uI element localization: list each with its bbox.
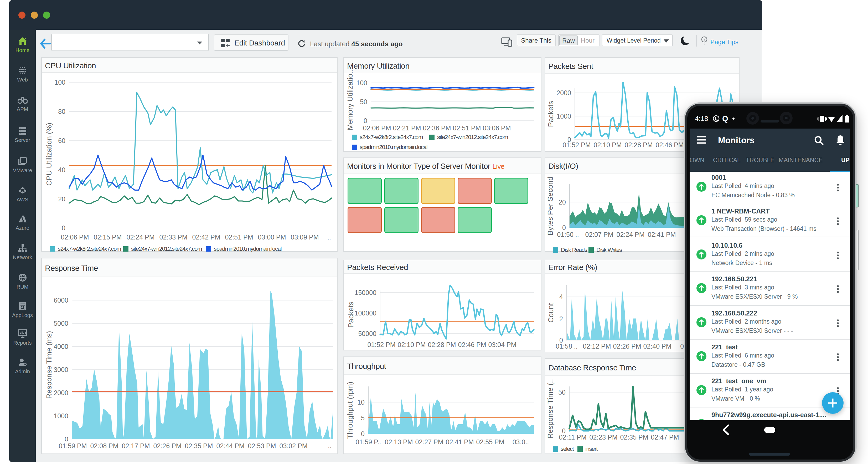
svg-text:02:44 PM: 02:44 PM xyxy=(216,442,244,450)
svg-text:01:59 PM: 01:59 PM xyxy=(59,442,87,450)
svg-text:01:59 P..: 01:59 P.. xyxy=(356,438,381,445)
svg-text:03:06 PM: 03:06 PM xyxy=(483,124,511,132)
svg-text:Q: Q xyxy=(722,114,728,123)
svg-text:Throughput (rpm): Throughput (rpm) xyxy=(346,382,354,439)
svg-text:s24x7-w2k8r2.site24x7.com: s24x7-w2k8r2.site24x7.com xyxy=(58,245,121,252)
svg-text:02:27 PM: 02:27 PM xyxy=(415,438,443,445)
svg-text:02:42 PM: 02:42 PM xyxy=(192,233,220,241)
svg-text:site24x7-win2012.site24x7.com: site24x7-win2012.site24x7.com xyxy=(131,245,202,252)
svg-text:2000: 2000 xyxy=(54,389,68,397)
svg-text:02:53 PM: 02:53 PM xyxy=(248,442,276,450)
svg-text:02:28 PM: 02:28 PM xyxy=(624,141,653,148)
svg-text:02:26 PM: 02:26 PM xyxy=(153,442,181,450)
svg-text:02:10 PM: 02:10 PM xyxy=(593,141,622,148)
svg-text:2: 2 xyxy=(559,315,563,323)
svg-text:02:06 PM: 02:06 PM xyxy=(363,124,391,132)
svg-text:50000: 50000 xyxy=(358,330,376,337)
svg-text:50: 50 xyxy=(360,98,367,106)
svg-text:02:40 PM: 02:40 PM xyxy=(643,343,671,350)
svg-text:02:35 PM: 02:35 PM xyxy=(185,442,213,450)
svg-text:spadmin2010.mydomain.local: spadmin2010.mydomain.local xyxy=(360,144,428,150)
svg-text:03:04 PM: 03:04 PM xyxy=(488,341,516,348)
svg-text:01:52 PM: 01:52 PM xyxy=(562,141,591,148)
svg-text:03:02 PM: 03:02 PM xyxy=(279,442,307,450)
svg-text:02:51 PM: 02:51 PM xyxy=(225,233,253,241)
svg-text:02:24 PM: 02:24 PM xyxy=(616,231,645,238)
svg-text:..: .. xyxy=(327,233,331,241)
svg-text:0: 0 xyxy=(65,435,68,443)
svg-text:02:24 PM: 02:24 PM xyxy=(126,233,154,241)
svg-text:01:58 ..: 01:58 .. xyxy=(556,343,578,350)
svg-text:select: select xyxy=(561,445,574,452)
svg-text:02:51 PM: 02:51 PM xyxy=(453,124,481,132)
svg-text:02:12 PM: 02:12 PM xyxy=(583,343,611,350)
svg-text:40: 40 xyxy=(58,166,65,174)
svg-text:02:15 PM: 02:15 PM xyxy=(94,233,122,241)
svg-text:02:36 PM: 02:36 PM xyxy=(423,124,451,132)
svg-text:50: 50 xyxy=(558,388,566,396)
svg-text:Packets: Packets xyxy=(547,101,555,127)
svg-text:s24x7-w2k8r2.site24x7.com: s24x7-w2k8r2.site24x7.com xyxy=(360,134,423,140)
svg-text:02:08 PM: 02:08 PM xyxy=(90,442,118,450)
svg-text:03:0..: 03:0.. xyxy=(513,438,529,445)
svg-text:Memory Utilizatio..: Memory Utilizatio.. xyxy=(346,70,354,130)
svg-text:4000: 4000 xyxy=(54,343,68,350)
svg-text:02:55 PM: 02:55 PM xyxy=(476,438,504,445)
svg-text:02:17 PM: 02:17 PM xyxy=(122,442,150,450)
svg-text:02:06 PM: 02:06 PM xyxy=(61,233,89,241)
svg-text:80: 80 xyxy=(58,108,65,115)
svg-text:spadmin2010.mydomain.local: spadmin2010.mydomain.local xyxy=(214,245,282,252)
svg-text:100000: 100000 xyxy=(355,310,376,317)
svg-text:150000: 150000 xyxy=(355,289,376,296)
svg-text:02:23 PM: 02:23 PM xyxy=(589,434,617,441)
svg-text:02:47 PM: 02:47 PM xyxy=(651,434,679,441)
svg-text:100: 100 xyxy=(54,79,65,86)
svg-text:02:07 PM: 02:07 PM xyxy=(585,231,613,238)
svg-text:0: 0 xyxy=(562,224,566,231)
svg-text:60: 60 xyxy=(58,137,65,144)
svg-text:1000: 1000 xyxy=(556,113,571,120)
svg-text:site24x7-win2012.site24x7.com: site24x7-win2012.site24x7.com xyxy=(437,134,508,140)
svg-text:insert: insert xyxy=(585,445,598,452)
svg-text:02:46 PM: 02:46 PM xyxy=(655,141,684,148)
svg-text:03:09 PM: 03:09 PM xyxy=(290,233,319,241)
svg-text:CPU Utilization (%): CPU Utilization (%) xyxy=(45,123,53,186)
svg-text:01:50 ..: 01:50 .. xyxy=(557,231,579,238)
svg-text:02:46 PM: 02:46 PM xyxy=(458,341,486,348)
svg-text:20: 20 xyxy=(58,195,65,203)
svg-text:..: .. xyxy=(328,442,332,450)
svg-text:02:13 PM: 02:13 PM xyxy=(384,438,413,445)
svg-text:1000: 1000 xyxy=(54,412,68,419)
svg-text:2000: 2000 xyxy=(556,89,571,96)
svg-text:03:00 PM: 03:00 PM xyxy=(258,233,286,241)
svg-text:01:52 PM: 01:52 PM xyxy=(367,341,395,348)
svg-text:6000: 6000 xyxy=(54,296,68,304)
svg-text:02:10 PM: 02:10 PM xyxy=(398,341,426,348)
svg-text:100: 100 xyxy=(356,79,367,86)
svg-text:4:18: 4:18 xyxy=(695,115,708,122)
svg-text:0: 0 xyxy=(361,430,365,437)
svg-text:02:41 PM: 02:41 PM xyxy=(648,231,676,238)
svg-text:5: 5 xyxy=(361,414,365,422)
svg-text:Response Time (ms): Response Time (ms) xyxy=(45,331,53,399)
svg-text:02:41 PM: 02:41 PM xyxy=(445,438,474,445)
svg-text:3000: 3000 xyxy=(54,366,68,373)
svg-text:02:33 PM: 02:33 PM xyxy=(159,233,187,241)
svg-text:5000: 5000 xyxy=(54,320,68,327)
svg-text:02:26 PM: 02:26 PM xyxy=(613,343,641,350)
svg-text:02:28 PM: 02:28 PM xyxy=(428,341,456,348)
svg-text:02:21 PM: 02:21 PM xyxy=(393,124,421,132)
svg-text:20: 20 xyxy=(559,199,566,206)
svg-text:0: 0 xyxy=(62,224,65,232)
svg-text:Bytes Per Second: Bytes Per Second xyxy=(546,176,554,235)
svg-text:02:11 PM: 02:11 PM xyxy=(559,434,586,441)
svg-text:Disk Reads: Disk Reads xyxy=(561,246,587,253)
svg-text:Packets: Packets xyxy=(347,301,355,328)
svg-text:Count: Count xyxy=(547,303,555,323)
svg-text:02:35 PM: 02:35 PM xyxy=(620,434,648,441)
svg-text:Response Time (..: Response Time (.. xyxy=(546,379,554,438)
svg-text:4: 4 xyxy=(559,293,563,300)
svg-text:Disk Writes: Disk Writes xyxy=(596,246,622,253)
svg-text:10: 10 xyxy=(357,399,365,406)
svg-text:0: 0 xyxy=(364,117,367,124)
